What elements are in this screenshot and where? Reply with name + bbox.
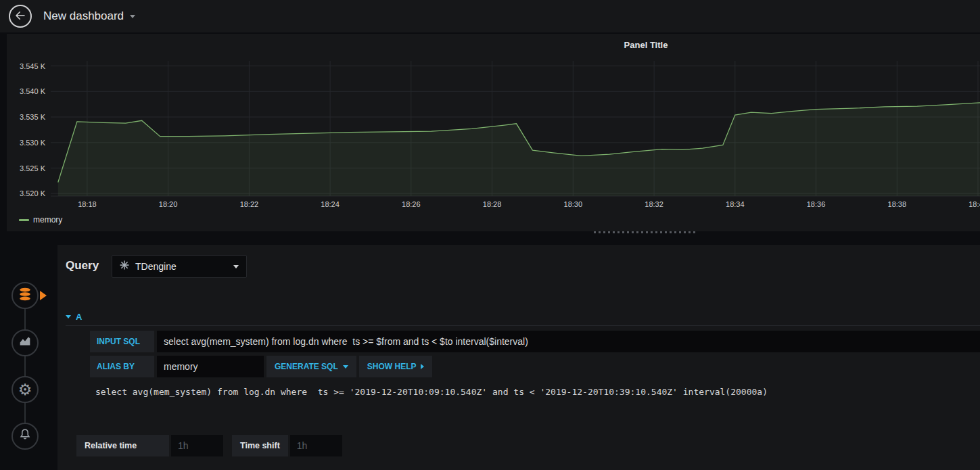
datasource-name: TDengine — [135, 261, 177, 272]
svg-text:18:18: 18:18 — [78, 200, 97, 208]
generated-sql-preview: select avg(mem_system) from log.dn where… — [90, 387, 973, 397]
input-sql-field[interactable] — [157, 331, 980, 352]
graph-panel: Panel Title 3.520 K3.525 K3.530 K3.535 K… — [7, 34, 980, 231]
tab-alert[interactable] — [11, 423, 39, 450]
alias-by-row: ALIAS BY GENERATE SQL SHOW HELP — [90, 356, 980, 377]
query-ref-id: A — [76, 312, 82, 322]
svg-text:18:26: 18:26 — [402, 200, 421, 208]
svg-text:3.530 K: 3.530 K — [20, 139, 46, 147]
svg-text:3.540 K: 3.540 K — [20, 87, 46, 95]
horizontal-scrollbar-thumb[interactable] — [594, 231, 695, 233]
show-help-label: SHOW HELP — [367, 362, 417, 371]
input-sql-label: INPUT SQL — [90, 331, 154, 352]
arrow-left-icon — [14, 9, 26, 24]
svg-text:18:20: 18:20 — [159, 200, 178, 208]
tdengine-logo-icon — [120, 260, 129, 273]
generate-sql-label: GENERATE SQL — [275, 362, 338, 371]
tab-visualization[interactable] — [11, 329, 39, 356]
show-help-button[interactable]: SHOW HELP — [359, 356, 433, 377]
svg-text:18:24: 18:24 — [321, 200, 340, 208]
top-navbar: New dashboard — [0, 0, 980, 32]
legend-label: memory — [33, 215, 62, 225]
panel-title[interactable]: Panel Title — [7, 40, 980, 50]
svg-text:3.535 K: 3.535 K — [20, 113, 46, 121]
query-section-title: Query — [66, 259, 99, 273]
time-options-row: Relative time Time shift — [76, 435, 342, 456]
svg-text:18:32: 18:32 — [645, 200, 663, 208]
svg-text:3.545 K: 3.545 K — [20, 62, 46, 70]
tab-queries[interactable] — [11, 282, 39, 309]
chevron-down-icon — [233, 265, 239, 268]
side-tabs-connector — [24, 296, 26, 436]
query-row-collapse-header[interactable]: A — [66, 308, 980, 326]
time-shift-label: Time shift — [232, 435, 288, 456]
query-editor-section: Query TDengine A INPUT SQL ALIAS BY — [57, 245, 980, 470]
svg-text:18:36: 18:36 — [807, 200, 826, 208]
chart-icon — [18, 334, 32, 352]
memory-time-series-chart[interactable]: 3.520 K3.525 K3.530 K3.535 K3.540 K3.545… — [7, 60, 980, 212]
active-tab-arrow-icon — [40, 291, 47, 300]
legend-item-memory[interactable]: memory — [19, 215, 62, 225]
chevron-down-icon — [130, 15, 135, 18]
svg-text:3.520 K: 3.520 K — [20, 189, 46, 197]
dashboard-title-dropdown[interactable]: New dashboard — [43, 9, 135, 23]
svg-text:18:28: 18:28 — [483, 200, 502, 208]
alias-by-label: ALIAS BY — [90, 356, 154, 377]
svg-text:18:40: 18:40 — [969, 200, 980, 208]
query-form-rows: INPUT SQL ALIAS BY GENERATE SQL SHOW HEL… — [90, 331, 980, 381]
back-button[interactable] — [9, 5, 32, 28]
svg-text:18:38: 18:38 — [888, 200, 907, 208]
database-icon — [18, 286, 32, 305]
time-shift-input[interactable] — [290, 435, 342, 456]
input-sql-row: INPUT SQL — [90, 331, 980, 352]
dashboard-title: New dashboard — [43, 9, 124, 23]
relative-time-input[interactable] — [171, 435, 223, 456]
svg-text:3.525 K: 3.525 K — [20, 164, 46, 172]
svg-text:18:22: 18:22 — [240, 200, 259, 208]
svg-text:18:34: 18:34 — [726, 200, 745, 208]
tab-general-settings[interactable]: ⚙ — [11, 376, 39, 403]
svg-text:18:30: 18:30 — [564, 200, 583, 208]
generate-sql-button[interactable]: GENERATE SQL — [266, 356, 356, 377]
bell-icon — [18, 427, 32, 445]
relative-time-label: Relative time — [76, 435, 169, 456]
legend-color-swatch — [19, 219, 29, 221]
caret-right-icon — [421, 364, 424, 369]
caret-down-icon — [66, 315, 71, 319]
alias-by-field[interactable] — [157, 356, 264, 377]
gear-icon: ⚙ — [18, 382, 32, 398]
datasource-picker[interactable]: TDengine — [112, 255, 247, 278]
caret-down-icon — [343, 365, 348, 369]
